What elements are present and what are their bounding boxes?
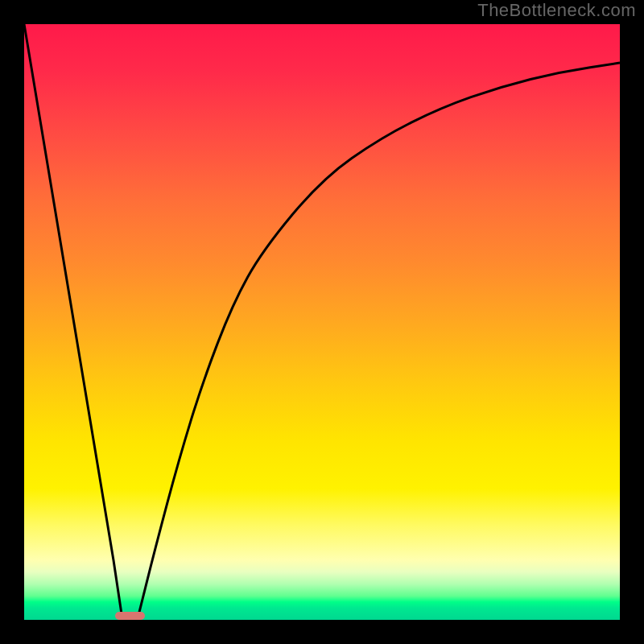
curve-layer xyxy=(24,24,620,620)
bottleneck-curve-left xyxy=(24,24,122,620)
chart-frame: TheBottleneck.com xyxy=(0,0,644,644)
optimal-marker xyxy=(115,612,145,620)
plot-area xyxy=(24,24,620,620)
watermark-text: TheBottleneck.com xyxy=(477,0,636,21)
bottleneck-curve-right xyxy=(138,63,620,620)
